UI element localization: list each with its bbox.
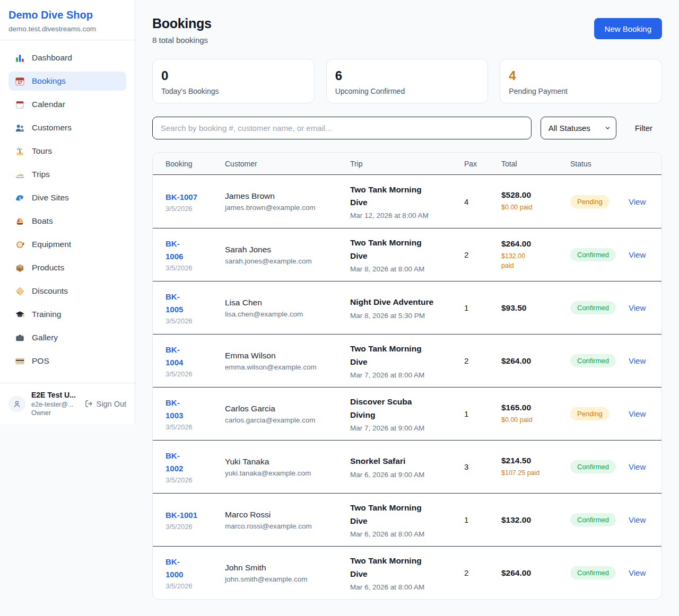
sidebar: Demo Dive Shop demo.test.divestreams.com… [0, 0, 135, 424]
status-select[interactable]: All Statuses [541, 117, 616, 139]
table-row-3[interactable]: BK- 1004 3/5/2026 Emma Wilson emma.wilso… [153, 334, 661, 387]
calendar-date-icon: 17 [15, 76, 25, 86]
customer-email: lisa.chen@example.com [225, 310, 350, 318]
customer-name: Lisa Chen [225, 298, 350, 307]
col-header-total: Total [501, 160, 570, 168]
table-row-5[interactable]: BK- 1002 3/5/2026 Yuki Tanaka yuki.tanak… [153, 440, 661, 493]
status-badge: Confirmed [570, 460, 616, 473]
trip-datetime: Mar 8, 2026 at 5:30 PM [350, 312, 464, 320]
booking-id-link[interactable]: BK-1007 [166, 191, 225, 204]
booking-id-link[interactable]: BK- 1003 [166, 397, 225, 422]
trip-name: Snorkel Safari [350, 455, 464, 468]
sidebar-item-4[interactable]: Tours [8, 142, 126, 161]
view-link[interactable]: View [629, 250, 649, 259]
view-link[interactable]: View [629, 197, 649, 206]
trip-name: Two Tank Morning Dive [350, 501, 464, 527]
table-row-6[interactable]: BK-1001 3/5/2026 Marco Rossi marco.rossi… [153, 493, 661, 546]
status-badge: Confirmed [570, 513, 616, 526]
search-box [152, 117, 532, 139]
total-amount: $264.00 [501, 239, 570, 249]
filter-button[interactable]: Filter [625, 124, 662, 133]
status-select-wrap: All Statuses [541, 117, 616, 139]
sidebar-item-11[interactable]: Training [8, 305, 126, 324]
booking-id-link[interactable]: BK- 1004 [166, 344, 225, 369]
col-header-customer: Customer [225, 160, 350, 168]
customer-name: Yuki Tanaka [225, 457, 350, 467]
view-link[interactable]: View [629, 515, 649, 524]
sidebar-item-10[interactable]: Discounts [8, 281, 126, 301]
table-body: BK-1007 3/5/2026 James Brown james.brown… [153, 175, 661, 599]
avatar [8, 395, 25, 412]
new-booking-button[interactable]: New Booking [594, 18, 662, 39]
sidebar-item-5[interactable]: Trips [8, 165, 126, 184]
sidebar-item-6[interactable]: Dive Sites [8, 188, 126, 207]
sidebar-item-label: Gallery [32, 333, 58, 342]
customer-email: carlos.garcia@example.com [225, 416, 350, 424]
total-amount: $528.00 [501, 190, 570, 200]
status-badge: Confirmed [570, 248, 616, 261]
sidebar-item-0[interactable]: Dashboard [8, 48, 126, 67]
stat-value: 4 [509, 68, 653, 83]
trip-datetime: Mar 7, 2026 at 8:00 AM [350, 371, 464, 379]
trip-datetime: Mar 6, 2026 at 9:00 AM [350, 471, 464, 479]
diving-mask-icon [15, 240, 25, 250]
trip-name: Two Tank Morning Dive [350, 236, 464, 262]
customer-email: sarah.jones@example.com [225, 257, 350, 265]
view-link[interactable]: View [629, 356, 649, 365]
sidebar-user-section: E2E Test U... e2e-tester@... Owner Sign … [0, 383, 135, 424]
booking-id-link[interactable]: BK- 1002 [166, 450, 225, 475]
sidebar-item-12[interactable]: Gallery [8, 328, 126, 347]
sidebar-item-1[interactable]: 17 Bookings [8, 72, 126, 91]
booking-date: 3/5/2026 [166, 476, 225, 484]
view-link[interactable]: View [629, 568, 649, 577]
table-row-7[interactable]: BK- 1000 3/5/2026 John Smith john.smith@… [153, 546, 661, 599]
customer-email: marco.rossi@example.com [225, 522, 350, 530]
booking-id-link[interactable]: BK- 1000 [166, 556, 225, 581]
table-row-4[interactable]: BK- 1003 3/5/2026 Carlos Garcia carlos.g… [153, 387, 661, 440]
sidebar-item-13[interactable]: POS [8, 351, 126, 371]
pax-count: 2 [464, 356, 501, 365]
stat-label: Today's Bookings [161, 87, 306, 95]
sidebar-item-label: POS [32, 356, 49, 366]
search-input[interactable] [152, 117, 532, 139]
booking-id-link[interactable]: BK- 1006 [166, 237, 225, 263]
sidebar-item-label: Bookings [32, 76, 66, 86]
people-icon [15, 123, 25, 133]
total-amount: $132.00 [501, 515, 570, 525]
pax-count: 2 [464, 250, 501, 259]
customer-email: james.brown@example.com [225, 204, 350, 212]
sidebar-item-label: Customers [32, 123, 72, 133]
sidebar-item-7[interactable]: Boats [8, 212, 126, 231]
customer-name: Carlos Garcia [225, 404, 350, 413]
customer-name: Sarah Jones [225, 245, 350, 254]
booking-id-link[interactable]: BK-1001 [166, 509, 225, 522]
table-row-1[interactable]: BK- 1006 3/5/2026 Sarah Jones sarah.jone… [153, 228, 661, 281]
booking-date: 3/5/2026 [166, 317, 225, 325]
paid-amount: $0.00 paid [501, 203, 570, 212]
sidebar-item-8[interactable]: Equipment [8, 235, 126, 254]
view-link[interactable]: View [629, 303, 649, 312]
col-header-status: Status [570, 160, 629, 168]
sidebar-item-label: Discounts [32, 286, 68, 296]
bar-chart-icon [15, 53, 25, 63]
booking-id-link[interactable]: BK- 1005 [166, 291, 225, 316]
total-amount: $264.00 [501, 356, 570, 366]
sign-out-button[interactable]: Sign Out [84, 399, 126, 408]
stat-card-1: 6 Upcoming Confirmed [326, 59, 489, 103]
sidebar-item-label: Dive Sites [32, 193, 69, 203]
total-amount: $165.00 [501, 403, 570, 412]
view-link[interactable]: View [629, 409, 649, 418]
sidebar-item-label: Trips [32, 170, 50, 179]
sidebar-item-label: Calendar [32, 100, 65, 109]
sidebar-item-3[interactable]: Customers [8, 118, 126, 137]
view-link[interactable]: View [629, 462, 649, 471]
pax-count: 1 [464, 409, 501, 418]
stat-card-2: 4 Pending Payment [500, 59, 662, 103]
table-row-0[interactable]: BK-1007 3/5/2026 James Brown james.brown… [153, 175, 661, 228]
customer-email: yuki.tanaka@example.com [225, 469, 350, 477]
sidebar-item-label: Dashboard [32, 53, 72, 63]
sidebar-item-9[interactable]: Products [8, 258, 126, 277]
table-row-2[interactable]: BK- 1005 3/5/2026 Lisa Chen lisa.chen@ex… [153, 281, 661, 334]
user-meta: E2E Test U... e2e-tester@... Owner [31, 390, 76, 417]
sidebar-item-2[interactable]: Calendar [8, 95, 126, 114]
